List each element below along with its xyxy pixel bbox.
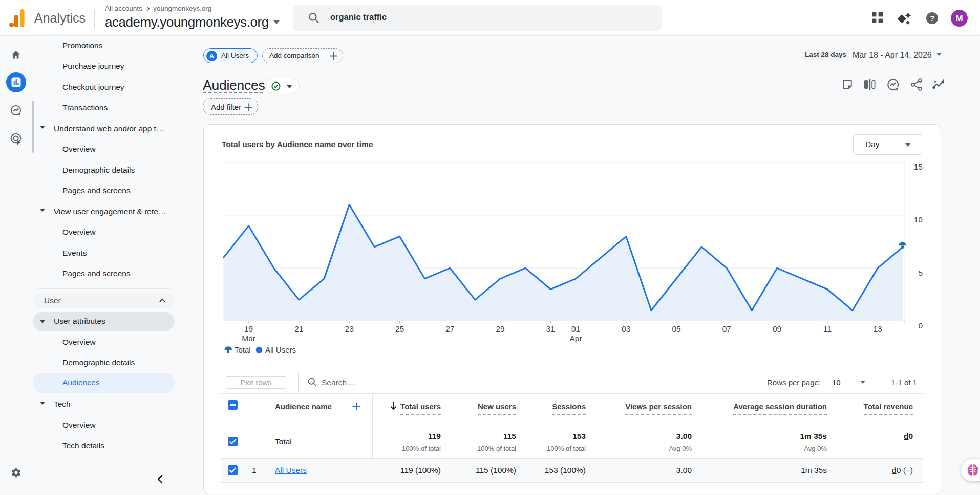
svg-text:23: 23: [345, 324, 354, 333]
svg-text:01: 01: [571, 324, 580, 333]
svg-text:0: 0: [918, 321, 923, 330]
svg-text:5: 5: [918, 269, 923, 277]
svg-text:07: 07: [722, 324, 731, 333]
svg-text:All Users: All Users: [265, 345, 296, 354]
svg-text:11: 11: [823, 324, 832, 333]
svg-text:15: 15: [914, 162, 923, 171]
svg-text:05: 05: [672, 324, 680, 333]
svg-text:31: 31: [546, 324, 555, 333]
svg-text:25: 25: [395, 324, 404, 333]
svg-text:13: 13: [873, 324, 882, 333]
svg-text:Total: Total: [235, 345, 251, 354]
svg-text:29: 29: [496, 324, 504, 333]
svg-text:27: 27: [445, 324, 454, 333]
svg-text:03: 03: [622, 324, 630, 333]
svg-text:09: 09: [773, 324, 781, 333]
svg-text:Apr: Apr: [569, 334, 582, 343]
svg-text:10: 10: [914, 215, 923, 224]
svg-text:19: 19: [244, 324, 253, 333]
svg-text:21: 21: [294, 324, 303, 333]
svg-text:Mar: Mar: [242, 334, 255, 343]
